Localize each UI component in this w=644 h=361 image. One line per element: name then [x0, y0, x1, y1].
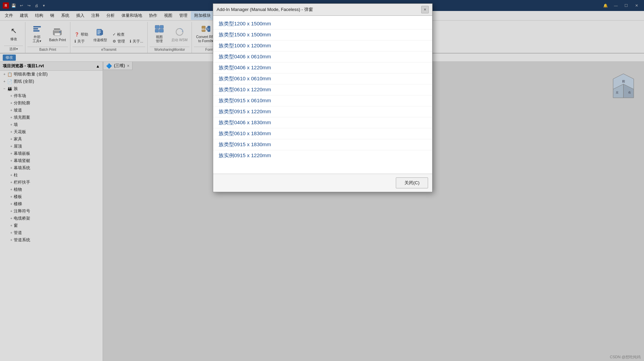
dialog-list-item-6[interactable]: 族类型0610 x 1220mm — [213, 84, 432, 95]
dialog-list-item-7[interactable]: 族类型0915 x 0610mm — [213, 95, 432, 106]
dialog-overlay: Add-In Manager (Manual Mode, Faceless) -… — [0, 0, 644, 361]
dialog-close-button[interactable]: × — [421, 6, 429, 13]
dialog-list-item-0[interactable]: 族类型1200 x 1500mm — [213, 19, 432, 30]
dialog-list-item-5[interactable]: 族类型0610 x 0610mm — [213, 73, 432, 84]
dialog-list-item-2[interactable]: 族类型1000 x 1200mm — [213, 40, 432, 51]
dialog-list-item-9[interactable]: 族类型0406 x 1830mm — [213, 117, 432, 128]
dialog-footer: 关闭(C) — [213, 174, 432, 192]
dialog-close-label-button[interactable]: 关闭(C) — [396, 177, 428, 188]
dialog-list-item-3[interactable]: 族类型0406 x 0610mm — [213, 51, 432, 62]
dialog-title-bar: Add-In Manager (Manual Mode, Faceless) -… — [213, 4, 432, 16]
dialog-list-item-1[interactable]: 族类型1500 x 1500mm — [213, 30, 432, 40]
dialog-list-item-12[interactable]: 族实例0915 x 1220mm — [213, 150, 432, 161]
dialog-list-item-8[interactable]: 族类型0915 x 1220mm — [213, 106, 432, 117]
dialog-title: Add-In Manager (Manual Mode, Faceless) -… — [217, 7, 313, 13]
dialog-body: 族类型1200 x 1500mm 族类型1500 x 1500mm 族类型100… — [213, 16, 432, 174]
addin-manager-dialog: Add-In Manager (Manual Mode, Faceless) -… — [213, 3, 433, 192]
dialog-list-item-11[interactable]: 族类型0915 x 1830mm — [213, 139, 432, 150]
dialog-list-item-10[interactable]: 族类型0610 x 1830mm — [213, 128, 432, 139]
dialog-list-item-4[interactable]: 族类型0406 x 1220mm — [213, 62, 432, 73]
